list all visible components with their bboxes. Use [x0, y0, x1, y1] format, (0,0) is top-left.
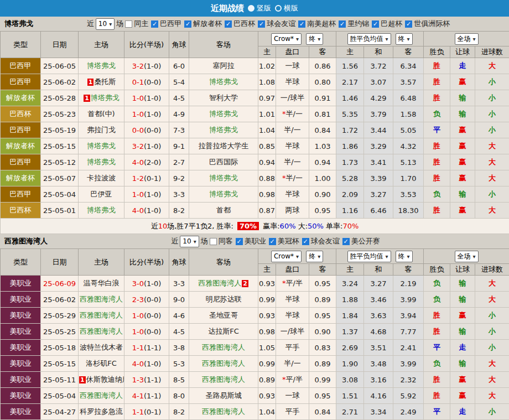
date-cell: 25-05-15 [41, 138, 79, 154]
league-checkbox[interactable]: ✓ [151, 20, 158, 28]
mean-away-cell: 2.41 [393, 340, 424, 356]
mean-stage-select[interactable]: 终▾ [396, 251, 413, 262]
league-checkbox[interactable]: ✓ [342, 238, 350, 245]
league-checkbox[interactable]: ✓ [298, 20, 305, 28]
handicap-line-text: 半球 [285, 77, 300, 86]
match-count-select[interactable]: 10▾ [96, 18, 115, 30]
league-cell: 美职业 [1, 308, 41, 324]
layout-radio-vertical[interactable]: 竖版 [248, 3, 271, 13]
goals-result-cell: 大 [475, 388, 509, 404]
handicap-line-text: 两球 [285, 206, 300, 214]
league-checkbox[interactable]: ✓ [184, 20, 191, 28]
same-venue-checkbox[interactable] [125, 20, 132, 28]
subcol-header-handicap: 让球 [450, 264, 475, 276]
mean-stage-select[interactable]: 终▾ [396, 33, 413, 45]
odds-away-cell: 0.95 [309, 276, 336, 292]
league-checkbox[interactable]: ✓ [225, 20, 232, 28]
handicap-line-text: 一/球半 [281, 327, 304, 335]
handicap-line-cell: 平手 [276, 404, 309, 420]
away-team-cell: 塞阿拉 [189, 58, 258, 74]
mean-odds-select[interactable]: 胜平负均值▾ [347, 33, 391, 45]
mean-home-cell: 1.84 [336, 308, 364, 324]
score-cell: 1-3(1-1) [124, 372, 169, 388]
odds-home-cell: 0.89 [258, 372, 276, 388]
league-checkbox[interactable]: ✓ [236, 238, 243, 245]
handicap-line-cell: 一/球半 [276, 90, 309, 106]
away-team-name: 拉普拉塔大学生 [199, 142, 249, 150]
halftime-score: (1-1) [144, 376, 161, 384]
subcol-header-mean_draw: 和 [364, 264, 393, 276]
match-count-select[interactable]: 10▾ [180, 236, 199, 247]
home-team-name: 西雅图海湾人 [80, 391, 123, 400]
fulltime-score: 2-3 [132, 295, 144, 304]
handicap-line-cell: 半球 [276, 74, 309, 90]
handicap-line-cell: 半/一 [276, 356, 309, 372]
league-cell: 巴西甲 [1, 154, 41, 170]
big-rate-value: 50% [308, 222, 324, 230]
league-checkbox[interactable]: ✓ [405, 20, 412, 28]
league-checkbox[interactable]: ✓ [258, 20, 265, 28]
fulltime-score: 1-0 [132, 328, 144, 336]
mean-odds-select[interactable]: 胜平负均值▾ [347, 251, 391, 262]
col-header-corner: 角球 [169, 249, 189, 276]
goals-result-cell: 大 [475, 170, 509, 186]
match-count-select-value: 10 [183, 237, 191, 245]
mean-home-cell: 1.73 [336, 154, 364, 170]
handicap-result-cell: 赢 [450, 74, 475, 90]
match-row: 美职业25-05-18波特兰伐木者1-1(1-1)3-8西雅图海湾人1.05平手… [1, 340, 509, 356]
home-team-name: 博塔弗戈 [87, 142, 116, 150]
odds-away-cell: 0.81 [309, 106, 336, 122]
odds-stage-select[interactable]: 终▾ [306, 33, 323, 45]
league-checkbox[interactable]: ✓ [269, 238, 276, 245]
wdl-result-cell: 负 [424, 186, 450, 203]
match-row: 巴西杯25-05-01博塔弗戈4-0(1-0)8-2首都0.87两球0.951.… [1, 203, 509, 219]
layout-radio-horizontal[interactable]: 横版 [275, 3, 298, 13]
league-checkbox[interactable]: ✓ [339, 20, 346, 28]
mean-away-cell: 7.77 [393, 324, 424, 340]
league-checkbox-label: 世俱洲际杯 [414, 19, 450, 29]
handicap-line-cell: 半/一 [276, 122, 309, 138]
scope-select[interactable]: 全场▾ [455, 251, 479, 262]
corner-cell: 8-2 [169, 203, 189, 219]
chevron-down-icon: ▾ [296, 253, 299, 260]
mean-draw-cell: 3.44 [364, 122, 393, 138]
scope-select-value: 全场 [458, 252, 471, 261]
away-team-name: 巴西国际 [209, 158, 238, 166]
goals-result-cell: 大 [475, 138, 509, 154]
radio-selected-icon[interactable] [248, 5, 254, 12]
halftime-score: (1-0) [144, 110, 161, 118]
same-venue-checkbox[interactable] [210, 238, 217, 245]
bookmaker-select[interactable]: Crow*▾ [271, 251, 302, 262]
home-team-cell: 1博塔弗戈 [79, 90, 124, 106]
mean-draw-cell: 3.27 [364, 276, 393, 292]
league-checkbox[interactable]: ✓ [372, 20, 379, 28]
bookmaker-select-value: Crow* [274, 252, 294, 260]
corner-cell: 6-0 [169, 58, 189, 74]
date-cell: 25-05-12 [41, 154, 79, 170]
handicap-line-text: 半/一 [284, 359, 300, 367]
goals-result-cell: 大 [475, 292, 509, 308]
handicap-result-cell: 输 [450, 292, 475, 308]
home-team-name: 西雅图海湾人 [80, 295, 123, 303]
col-header-home: 主场 [79, 32, 124, 58]
wdl-result-cell: 平 [424, 404, 450, 420]
section-filterbar: 博塔弗戈近10▾场同主✓巴西甲✓解放者杯✓巴西杯✓球会友谊✓南美超杯✓里约锦✓巴… [0, 17, 509, 31]
away-team-cell: 拉普拉塔大学生 [189, 138, 258, 154]
radio-unselected-icon[interactable] [275, 5, 282, 12]
mean-odds-select-value: 胜平负均值 [350, 34, 383, 44]
mean-draw-cell: 3.41 [364, 154, 393, 170]
handicap-result-cell: 赢 [450, 372, 475, 388]
fulltime-score: 0-0 [132, 126, 144, 134]
mean-draw-cell: 6.46 [364, 203, 393, 219]
same-venue-label: 同客 [219, 236, 233, 246]
bookmaker-select[interactable]: Crow*▾ [271, 33, 302, 45]
date-cell: 25-06-09 [41, 276, 79, 292]
odds-stage-select[interactable]: 终▾ [306, 251, 323, 262]
league-checkbox[interactable]: ✓ [302, 238, 309, 245]
league-cell: 美职业 [1, 276, 41, 292]
date-cell: 25-05-23 [41, 106, 79, 122]
scope-select[interactable]: 全场▾ [455, 33, 479, 45]
mean-away-cell: 5.92 [393, 388, 424, 404]
mean-draw-cell: 3.27 [364, 186, 393, 203]
league-cell: 美职业 [1, 340, 41, 356]
